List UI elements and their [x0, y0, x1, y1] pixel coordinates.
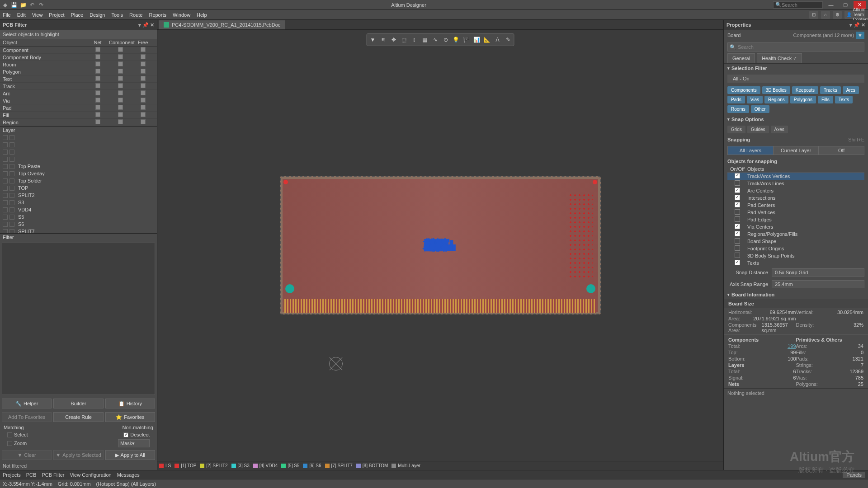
filter-pill[interactable]: Rooms [727, 105, 749, 113]
move-icon[interactable]: ✥ [389, 35, 398, 44]
snap-object-row[interactable]: Pad Vertices [727, 209, 864, 216]
lasso-icon[interactable]: ≋ [379, 35, 388, 44]
pen-icon[interactable]: ✎ [504, 35, 513, 44]
favorites-button[interactable]: ⭐ Favorites [105, 412, 155, 422]
snap-object-row[interactable]: 3D Body Snap Points [727, 252, 864, 259]
object-row[interactable]: Polygon [0, 68, 157, 75]
object-row[interactable]: Region [0, 119, 157, 126]
layer-tab[interactable]: [8] BOTTOM [356, 463, 388, 468]
filter-pill[interactable]: Components [727, 86, 760, 94]
snap-object-row[interactable]: Track/Arcs Vertices [727, 173, 864, 180]
filter-pill[interactable]: Vias [747, 96, 763, 103]
axis-range-input[interactable]: 25.4mm [772, 280, 864, 288]
layer-tab[interactable]: Multi-Layer [392, 463, 420, 468]
team-content[interactable]: Altium Team Content [856, 11, 865, 19]
snap-object-row[interactable]: Pad Centers [727, 202, 864, 209]
layer-row[interactable] [0, 155, 157, 163]
minimize-button[interactable]: — [825, 1, 837, 9]
pin-icon[interactable]: 📌 [142, 22, 149, 28]
apply-selected-button[interactable]: ▼ Apply to Selected [53, 450, 103, 460]
menu-help[interactable]: Help [197, 12, 207, 18]
filter-icon[interactable]: ▼ [368, 35, 377, 44]
layer-tab[interactable]: [1] TOP [175, 463, 196, 468]
layer-row[interactable]: Top Overlay [0, 170, 157, 177]
user-icon[interactable]: 👤 [844, 11, 854, 19]
filter-pill[interactable]: Keepouts [792, 86, 818, 94]
snap-object-row[interactable]: Intersections [727, 194, 864, 202]
helper-button[interactable]: 🔧 Helper [2, 399, 52, 408]
grids-button[interactable]: Grids [727, 126, 745, 133]
layer-row[interactable] [0, 141, 157, 148]
settings-icon[interactable]: ⚙ [833, 11, 842, 19]
guides-button[interactable]: Guides [747, 126, 769, 133]
selection-filter-header[interactable]: Selection Filter [724, 64, 868, 73]
create-rule-button[interactable]: Create Rule [53, 412, 103, 422]
undo-icon[interactable]: ↶ [29, 2, 35, 8]
chart-icon[interactable]: 📊 [472, 35, 481, 44]
object-row[interactable]: Room [0, 61, 157, 68]
menu-reports[interactable]: Reports [149, 12, 166, 18]
layer-tab[interactable]: [6] S6 [303, 463, 321, 468]
clear-button[interactable]: ▼ Clear [2, 450, 52, 460]
object-row[interactable]: Text [0, 75, 157, 83]
object-row[interactable]: Component Body [0, 54, 157, 61]
snap-object-row[interactable]: Via Centers [727, 223, 864, 230]
layer-tab[interactable]: [3] S3 [231, 463, 250, 468]
layer-tab[interactable]: [5] S5 [281, 463, 299, 468]
components-more[interactable]: Components (and 12 more) [793, 33, 854, 38]
global-search[interactable]: 🔍 Search [773, 1, 823, 9]
menu-view[interactable]: View [32, 12, 43, 18]
layer-row[interactable]: S3 [0, 199, 157, 206]
snap-object-row[interactable]: Board Shape [727, 238, 864, 245]
layer-row[interactable]: SPLIT7 [0, 228, 157, 233]
filter-pill[interactable]: Tracks [820, 86, 841, 94]
total-value[interactable]: 199 [788, 343, 796, 349]
object-row[interactable]: Pad [0, 104, 157, 112]
snap-object-row[interactable]: Texts [727, 259, 864, 267]
select-check[interactable]: Select [7, 432, 28, 437]
mask-select[interactable]: Mask ▾ [118, 439, 150, 447]
filter-pill[interactable]: Arcs [843, 86, 859, 94]
menu-window[interactable]: Window [173, 12, 190, 18]
all-on-button[interactable]: All - On [727, 75, 864, 83]
properties-search[interactable]: 🔍 Search [727, 42, 864, 52]
layer-tab[interactable]: [7] SPLIT7 [325, 463, 353, 468]
object-row[interactable]: Arc [0, 90, 157, 97]
pcb-canvas[interactable]: ▼ ≋ ✥ ⬚ ⫿ ▦ ∿ ⊙ 💡 🏴 📊 📐 A ✎ [157, 30, 723, 461]
seg-current-layer[interactable]: Current Layer [774, 146, 819, 155]
pcb-board[interactable]: 查询语言： 基本概念III [280, 176, 601, 314]
seg-off[interactable]: Off [819, 146, 864, 155]
filter-pill[interactable]: Pads [727, 96, 745, 103]
open-icon[interactable]: 📁 [20, 2, 26, 8]
tab-pcb-filter[interactable]: PCB Filter [42, 472, 64, 478]
history-button[interactable]: 📋 History [105, 399, 155, 408]
filter-pill[interactable]: Polygons [790, 96, 816, 103]
object-row[interactable]: Track [0, 83, 157, 90]
dropdown-icon[interactable]: ▾ [138, 22, 141, 28]
menu-tools[interactable]: Tools [111, 12, 123, 18]
component-icon[interactable]: ▦ [420, 35, 429, 44]
snap-object-row[interactable]: Footprint Origins [727, 245, 864, 252]
layer-row[interactable] [0, 148, 157, 155]
layer-row[interactable]: VDD4 [0, 206, 157, 213]
board-info-header[interactable]: Board Information [724, 290, 868, 299]
layer-row[interactable]: Top Paste [0, 163, 157, 170]
layer-row[interactable]: S6 [0, 221, 157, 228]
redo-icon[interactable]: ↷ [38, 2, 44, 8]
panels-button[interactable]: Panels [843, 472, 865, 478]
object-row[interactable]: Component [0, 47, 157, 54]
tab-projects[interactable]: Projects [3, 472, 21, 478]
apply-all-button[interactable]: ▶ Apply to All [105, 450, 155, 460]
object-row[interactable]: Via [0, 97, 157, 104]
tab-pcb[interactable]: PCB [26, 472, 37, 478]
menu-edit[interactable]: Edit [17, 12, 26, 18]
snap-options-header[interactable]: Snap Options [724, 115, 868, 124]
snap-object-row[interactable]: Pad Edges [727, 216, 864, 223]
filter-pill[interactable]: Other [751, 105, 769, 113]
object-row[interactable]: Fill [0, 112, 157, 119]
layer-tab[interactable]: LS [159, 463, 171, 468]
save-icon[interactable]: 💾 [11, 2, 17, 8]
deselect-check[interactable]: ✓Deselect [123, 432, 150, 437]
layer-tab[interactable]: [4] VDD4 [253, 463, 278, 468]
layer-row[interactable]: Top Solder [0, 177, 157, 184]
